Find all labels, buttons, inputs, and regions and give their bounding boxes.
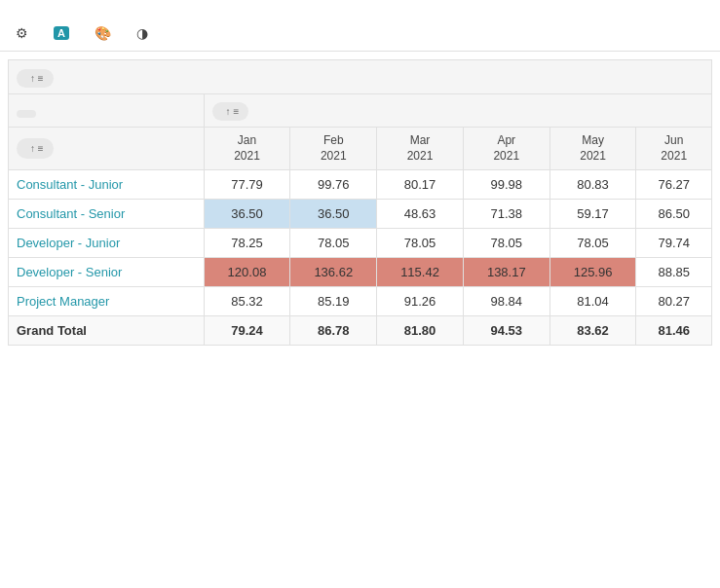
- toolbar: ⚙ A 🎨 ◑: [0, 18, 720, 52]
- row-label-1[interactable]: Consultant - Senior: [9, 200, 205, 229]
- cell-4-3: 98.84: [463, 287, 549, 316]
- total-0: 79.24: [204, 316, 290, 346]
- cell-3-4: 125.96: [549, 258, 636, 287]
- rank-category-cell: ↑ ≡: [9, 60, 712, 94]
- clock-icon: ◑: [136, 25, 148, 41]
- table-row: Consultant - Senior 36.50 36.50 48.63 71…: [9, 200, 712, 229]
- cell-2-5: 79.74: [636, 229, 712, 258]
- cell-0-0: 77.79: [204, 170, 290, 200]
- cell-1-1: 36.50: [290, 200, 377, 229]
- total-4: 83.62: [549, 316, 636, 346]
- cell-2-0: 78.25: [204, 229, 290, 258]
- table-container: ↑ ≡ ↑ ≡: [0, 52, 720, 353]
- allocation-filter-cell: [9, 93, 205, 128]
- row-label-4[interactable]: Project Manager: [9, 287, 205, 316]
- cell-4-1: 85.19: [290, 287, 377, 316]
- cell-0-4: 80.83: [549, 170, 636, 200]
- gear-icon: ⚙: [16, 25, 28, 41]
- sort-asc-icon: ↑ ≡: [30, 73, 44, 84]
- cell-2-2: 78.05: [377, 229, 464, 258]
- row-label-0[interactable]: Consultant - Junior: [9, 170, 205, 200]
- table-row: Consultant - Junior 77.79 99.76 80.17 99…: [9, 170, 712, 200]
- primary-role-header-cell: ↑ ≡: [9, 128, 205, 170]
- total-1: 86.78: [290, 316, 377, 346]
- field-chooser-button[interactable]: ⚙: [16, 25, 34, 41]
- allocation-heatmap-button[interactable]: 🎨: [95, 25, 117, 41]
- cell-1-5: 86.50: [636, 200, 712, 229]
- col-header-may: May2021: [549, 128, 636, 170]
- table-row: Developer - Senior 120.08 136.62 115.42 …: [9, 258, 712, 287]
- date-sort-icon: ↑ ≡: [226, 106, 240, 117]
- primary-role-sort-icon: ↑ ≡: [30, 142, 44, 155]
- grand-total-row: Grand Total 79.24 86.78 81.80 94.53 83.6…: [9, 316, 712, 346]
- row-label-2[interactable]: Developer - Junior: [9, 229, 205, 258]
- cell-0-1: 99.76: [290, 170, 377, 200]
- allocation-pill[interactable]: [17, 110, 36, 118]
- primary-role-pill[interactable]: ↑ ≡: [17, 138, 54, 159]
- cell-3-3: 138.17: [463, 258, 549, 287]
- cell-2-4: 78.05: [549, 229, 636, 258]
- cell-1-4: 59.17: [549, 200, 636, 229]
- rank-category-pill[interactable]: ↑ ≡: [17, 69, 54, 88]
- total-5: 81.46: [636, 316, 712, 346]
- allocation-row: ↑ ≡: [9, 93, 712, 128]
- cell-4-4: 81.04: [549, 287, 636, 316]
- time-unit-button[interactable]: ◑: [136, 25, 154, 41]
- cell-3-2: 115.42: [377, 258, 464, 287]
- cell-3-5: 88.85: [636, 258, 712, 287]
- allocation-unit-button[interactable]: A: [54, 26, 75, 40]
- cell-3-0: 120.08: [204, 258, 290, 287]
- cell-1-2: 48.63: [377, 200, 464, 229]
- cell-0-3: 99.98: [463, 170, 549, 200]
- col-header-mar: Mar2021: [377, 128, 464, 170]
- table-row: Developer - Junior 78.25 78.05 78.05 78.…: [9, 229, 712, 258]
- table-row: Project Manager 85.32 85.19 91.26 98.84 …: [9, 287, 712, 316]
- col-header-jun: Jun2021: [636, 128, 712, 170]
- allocation-unit-icon: A: [54, 26, 69, 40]
- cell-3-1: 136.62: [290, 258, 377, 287]
- total-2: 81.80: [377, 316, 464, 346]
- col-header-jan: Jan2021: [204, 128, 290, 170]
- cell-4-5: 80.27: [636, 287, 712, 316]
- col-header-apr: Apr2021: [463, 128, 549, 170]
- cell-0-2: 80.17: [377, 170, 464, 200]
- cell-1-0: 36.50: [204, 200, 290, 229]
- heatmap-table: ↑ ≡ ↑ ≡: [8, 59, 712, 346]
- cell-4-0: 85.32: [204, 287, 290, 316]
- row-label-3[interactable]: Developer - Senior: [9, 258, 205, 287]
- cell-2-1: 78.05: [290, 229, 377, 258]
- globe-icon: 🎨: [95, 25, 111, 41]
- grand-total-label: Grand Total: [9, 316, 205, 346]
- rank-category-row: ↑ ≡: [9, 60, 712, 94]
- date-pill[interactable]: ↑ ≡: [212, 102, 249, 121]
- cell-4-2: 91.26: [377, 287, 464, 316]
- cell-0-5: 76.27: [636, 170, 712, 200]
- cell-2-3: 78.05: [463, 229, 549, 258]
- col-header-feb: Feb2021: [290, 128, 377, 170]
- breadcrumb: [0, 0, 720, 18]
- date-filter-cell: ↑ ≡: [204, 93, 711, 128]
- total-3: 94.53: [463, 316, 549, 346]
- cell-1-3: 71.38: [463, 200, 549, 229]
- column-headers-row: ↑ ≡ Jan2021 Feb2021 Mar2021 Apr2021 May2…: [9, 128, 712, 170]
